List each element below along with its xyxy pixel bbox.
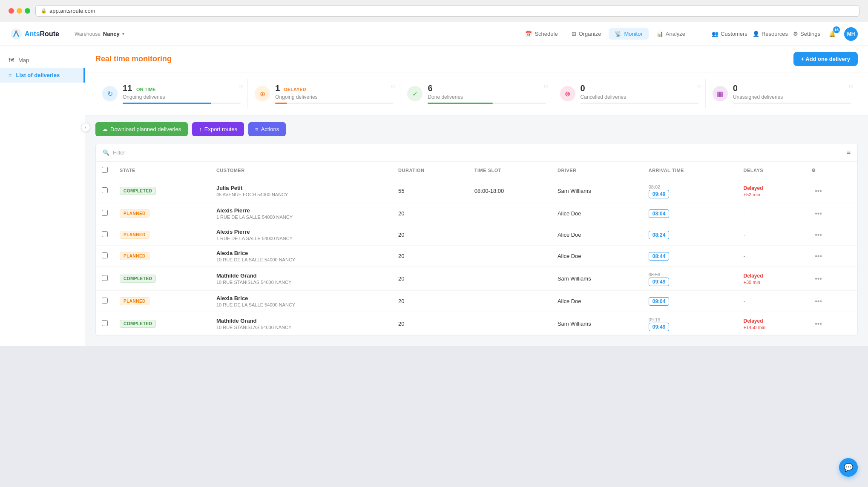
logo: AntsRoute: [10, 28, 59, 40]
status-badge: PLANNED: [120, 231, 149, 239]
sidebar-item-list-of-deliveries[interactable]: ≡ List of deliveries: [0, 68, 85, 83]
row-time-slot: [468, 267, 552, 291]
customer-address: 45 AVENUE FOCH 54000 NANCY: [216, 192, 386, 197]
stat-toggle-cancelled[interactable]: ▭: [695, 83, 702, 89]
more-options-button[interactable]: •••: [811, 273, 825, 284]
more-options-button[interactable]: •••: [811, 318, 825, 329]
header-actions: ⚙: [805, 162, 857, 179]
row-duration: 20: [392, 224, 468, 246]
row-driver: Sam Williams: [552, 179, 643, 203]
delay-amount: +30 min: [744, 280, 760, 285]
stat-card-ongoing-delayed: ⊕ 1 DELAYED Ongoing deliveries ▭: [248, 79, 400, 108]
status-badge: COMPLETED: [120, 320, 156, 328]
row-duration: 20: [392, 312, 468, 336]
arrival-planned: 09:19: [649, 317, 661, 322]
header-time-slot: TIME SLOT: [468, 162, 552, 179]
cancelled-label: Cancelled deliveries: [581, 94, 698, 100]
row-checkbox[interactable]: [102, 252, 108, 258]
more-options-button[interactable]: •••: [811, 208, 825, 219]
nav-link-monitor[interactable]: 📡 Monitor: [609, 28, 648, 40]
list-icon: ≡: [9, 72, 12, 78]
maximize-traffic-light[interactable]: [25, 8, 30, 14]
stat-toggle-unassigned[interactable]: ▭: [848, 83, 854, 89]
logo-ants: Ants: [25, 30, 40, 37]
svg-point-1: [15, 30, 17, 32]
page-title: Real time monitoring: [95, 54, 172, 63]
header-state: STATE: [114, 162, 210, 179]
ongoing-on-time-label: Ongoing deliveries: [123, 94, 241, 100]
row-checkbox-cell: [96, 291, 114, 312]
sidebar-item-map[interactable]: 🗺 Map: [0, 53, 85, 68]
row-checkbox[interactable]: [102, 231, 108, 237]
ongoing-delayed-label: Ongoing deliveries: [275, 94, 393, 100]
arrival-actual: 08:24: [649, 231, 670, 239]
more-options-button[interactable]: •••: [811, 229, 825, 241]
row-checkbox[interactable]: [102, 210, 108, 216]
filter-options-button[interactable]: ≡: [847, 149, 851, 156]
delay-label: Delayed: [744, 185, 763, 191]
table-row: PLANNED Alexis Pierre 1 RUE DE LA SALLE …: [96, 224, 857, 246]
arrival-actual: 08:04: [649, 209, 670, 218]
row-checkbox[interactable]: [102, 298, 108, 304]
header-driver: DRIVER: [552, 162, 643, 179]
stat-number-row-unassigned: 0: [733, 83, 851, 93]
delivery-table: STATE CUSTOMER DURATION TIME SLOT DRIVER…: [96, 162, 857, 335]
no-delay: -: [744, 232, 745, 238]
customer-name: Mathilde Grand: [216, 318, 386, 324]
row-status: COMPLETED: [114, 267, 210, 291]
customer-address: 10 RUE STANISLAS 54000 NANCY: [216, 280, 386, 285]
stat-info-done: 6 Done deliveries: [428, 83, 546, 104]
table-row: COMPLETED Mathilde Grand 10 RUE STANISLA…: [96, 312, 857, 336]
resources-link[interactable]: 👤 Resources: [753, 31, 788, 37]
nav-link-schedule[interactable]: 📅 Schedule: [519, 28, 563, 40]
customers-link[interactable]: 👥 Customers: [712, 31, 747, 37]
svg-point-0: [11, 29, 22, 40]
notification-button[interactable]: 🔔 16: [825, 27, 839, 41]
stat-info-unassigned: 0 Unassigned deliveries: [733, 83, 851, 104]
ongoing-delayed-number: 1: [275, 83, 280, 93]
cloud-download-icon: ☁: [102, 126, 108, 132]
stat-bar-fill-done: [428, 103, 492, 104]
nav-link-analyze[interactable]: 📊 Analyze: [650, 28, 691, 40]
export-routes-button[interactable]: ↑ Export routes: [192, 122, 244, 136]
stat-toggle-on-time[interactable]: ▭: [237, 83, 244, 89]
nav-link-organize[interactable]: ⊞ Organize: [566, 28, 607, 40]
add-delivery-button[interactable]: + Add one delivery: [793, 52, 858, 66]
stat-bar-fill-delayed: [275, 103, 287, 104]
address-bar[interactable]: 🔒 app.antsroute.com: [35, 5, 859, 17]
arrival-actual: 09:49: [649, 190, 670, 198]
select-all-checkbox[interactable]: [102, 167, 108, 173]
actions-button[interactable]: ≡ Actions: [248, 122, 286, 136]
status-badge: PLANNED: [120, 209, 149, 218]
row-more-actions: •••: [805, 203, 857, 224]
stat-toggle-delayed[interactable]: ▭: [390, 83, 397, 89]
settings-link[interactable]: ⚙ Settings: [793, 31, 820, 37]
toolbar: ☁ Download planned deliveries ↑ Export r…: [85, 115, 868, 143]
row-checkbox[interactable]: [102, 187, 108, 193]
url-text: app.antsroute.com: [49, 8, 95, 14]
ongoing-delayed-icon: ⊕: [255, 86, 270, 101]
avatar[interactable]: MH: [844, 27, 858, 41]
close-traffic-light[interactable]: [9, 8, 14, 14]
row-status: PLANNED: [114, 246, 210, 267]
more-options-button[interactable]: •••: [811, 296, 825, 307]
delay-label: Delayed: [744, 318, 763, 324]
minimize-traffic-light[interactable]: [17, 8, 22, 14]
stat-card-done: ✓ 6 Done deliveries ▭: [400, 79, 553, 108]
stat-bar-ongoing-delayed: [275, 103, 393, 104]
stat-toggle-done[interactable]: ▭: [543, 83, 549, 89]
row-driver: Alice Doe: [552, 203, 643, 224]
row-delays: Delayed+52 min: [738, 179, 806, 203]
row-checkbox[interactable]: [102, 275, 108, 281]
download-planned-deliveries-button[interactable]: ☁ Download planned deliveries: [95, 122, 188, 136]
row-checkbox-cell: [96, 224, 114, 246]
sidebar-collapse-button[interactable]: ‹: [81, 123, 90, 132]
cancelled-number: 0: [581, 83, 585, 93]
row-checkbox[interactable]: [102, 320, 108, 326]
gear-icon: ⚙: [793, 31, 798, 37]
more-options-button[interactable]: •••: [811, 186, 825, 197]
more-options-button[interactable]: •••: [811, 251, 825, 262]
warehouse-selector[interactable]: Warehouse Nancy ▾: [75, 31, 124, 37]
stat-bar-ongoing-on-time: [123, 103, 241, 104]
row-delays: Delayed+1450 min: [738, 312, 806, 336]
